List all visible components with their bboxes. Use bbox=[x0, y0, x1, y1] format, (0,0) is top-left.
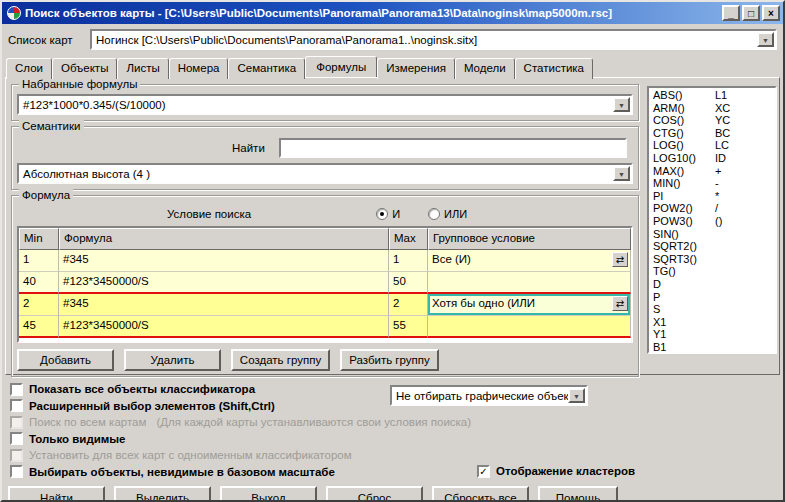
options-area: Показать все объекты классификатора Не о… bbox=[2, 375, 783, 480]
create-group-button[interactable]: Создать группу bbox=[231, 349, 330, 371]
find-button[interactable]: Найти bbox=[8, 486, 105, 502]
checkbox-label: Показать все объекты классификатора bbox=[29, 383, 255, 395]
cell-group-condition[interactable]: Все (И)⇄ bbox=[428, 250, 631, 272]
column-header-formula[interactable]: Формула bbox=[59, 228, 389, 250]
radio-or[interactable] bbox=[428, 208, 440, 220]
minimize-button[interactable]: _ bbox=[722, 5, 740, 21]
semantic-combobox-value: Абсолютная высота (4 ) bbox=[19, 168, 613, 180]
list-item[interactable]: SQRT2() bbox=[653, 240, 775, 253]
window-title: Поиск объектов карты - [C:\Users\Public\… bbox=[25, 7, 720, 19]
checkbox-label: Выбирать объекты, невидимые в базовом ма… bbox=[29, 466, 335, 478]
tab-numbers[interactable]: Номера bbox=[169, 58, 229, 79]
exit-button[interactable]: Выход bbox=[220, 486, 317, 502]
tab-measurements[interactable]: Измерения bbox=[377, 58, 455, 79]
cell-formula[interactable]: #345 bbox=[59, 250, 389, 272]
cell-min[interactable]: 40 bbox=[19, 272, 59, 294]
close-button[interactable]: × bbox=[762, 5, 780, 21]
functions-listbox[interactable]: ABS()L1 ARM()XC COS()YC CTG()BC LOG()LC … bbox=[647, 86, 777, 354]
tab-formulas[interactable]: Формулы bbox=[305, 56, 377, 77]
list-item[interactable]: ARM()XC bbox=[653, 102, 775, 115]
tab-layers[interactable]: Слои bbox=[6, 58, 52, 79]
help-button[interactable]: Помощь bbox=[538, 486, 618, 502]
list-item[interactable]: Y1 bbox=[653, 328, 775, 341]
cell-min[interactable]: 1 bbox=[19, 250, 59, 272]
tab-semantics[interactable]: Семантика bbox=[228, 58, 305, 79]
chevron-down-icon[interactable]: ▼ bbox=[613, 97, 630, 112]
find-input[interactable] bbox=[279, 138, 627, 158]
list-item[interactable]: SIN() bbox=[653, 228, 775, 241]
tab-bar: Слои Объекты Листы Номера Семантика Форм… bbox=[2, 56, 783, 77]
group-condition-button[interactable]: ⇄ bbox=[612, 252, 628, 267]
cell-group-condition[interactable] bbox=[428, 316, 631, 338]
checkbox-label: Расширенный выбор элементов (Shift,Ctrl) bbox=[29, 400, 275, 412]
list-item[interactable]: POW3()() bbox=[653, 215, 775, 228]
column-header-max[interactable]: Max bbox=[389, 228, 428, 250]
cell-group-condition[interactable] bbox=[428, 272, 631, 294]
list-item[interactable]: B1 bbox=[653, 341, 775, 354]
checkbox-label: Только видимые bbox=[29, 433, 125, 445]
checkbox-label: Установить для всех карт с одноименным к… bbox=[29, 449, 352, 461]
list-item[interactable]: SQRT3() bbox=[653, 253, 775, 266]
list-item[interactable]: MIN()- bbox=[653, 177, 775, 190]
group-condition-text: Хотя бы одно (ИЛИ bbox=[432, 297, 535, 309]
map-list-combobox[interactable]: Ногинск [C:\Users\Public\Documents\Panor… bbox=[90, 29, 777, 50]
add-button[interactable]: Добавить bbox=[17, 349, 114, 371]
list-item[interactable]: ABS()L1 bbox=[653, 89, 775, 102]
formula-group-title: Формула bbox=[19, 189, 73, 201]
formula-combobox[interactable]: #123*1000*0.345/(S/10000) ▼ bbox=[17, 94, 633, 115]
tab-statistics[interactable]: Статистика bbox=[515, 58, 593, 79]
list-item[interactable]: X1 bbox=[653, 316, 775, 329]
checkbox-label: Поиск по всем картам bbox=[29, 416, 146, 428]
reset-button[interactable]: Сброс bbox=[326, 486, 423, 502]
tab-objects[interactable]: Объекты bbox=[52, 58, 117, 79]
search-condition-label: Условие поиска bbox=[167, 208, 251, 220]
cell-formula[interactable]: #345 bbox=[59, 294, 389, 316]
list-item[interactable]: MAX()+ bbox=[653, 165, 775, 178]
checkbox-show-all-classifier-objects[interactable] bbox=[10, 383, 23, 396]
cell-formula[interactable]: #123*3450000/S bbox=[59, 272, 389, 294]
cell-max[interactable]: 50 bbox=[389, 272, 428, 294]
list-item[interactable]: LOG10()ID bbox=[653, 152, 775, 165]
typed-formulas-group-title: Набранные формулы bbox=[19, 78, 140, 90]
list-item[interactable]: COS()YC bbox=[653, 114, 775, 127]
chevron-down-icon[interactable]: ▼ bbox=[757, 32, 774, 47]
delete-button[interactable]: Удалить bbox=[124, 349, 221, 371]
list-item[interactable]: LOG()LC bbox=[653, 139, 775, 152]
semantic-combobox[interactable]: Абсолютная высота (4 ) ▼ bbox=[17, 163, 633, 184]
checkbox-only-visible[interactable] bbox=[10, 432, 23, 445]
checkbox-label: Отображение кластеров bbox=[496, 465, 635, 477]
split-group-button[interactable]: Разбить группу bbox=[340, 349, 439, 371]
checkbox-extended-selection[interactable] bbox=[10, 399, 23, 412]
title-bar: Поиск объектов карты - [C:\Users\Public\… bbox=[2, 2, 783, 24]
cell-max[interactable]: 2 bbox=[389, 294, 428, 316]
chevron-down-icon[interactable]: ▼ bbox=[613, 166, 630, 181]
cell-min[interactable]: 45 bbox=[19, 316, 59, 338]
checkbox-select-invisible-objects[interactable] bbox=[10, 465, 23, 478]
cell-formula[interactable]: #123*3450000/S bbox=[59, 316, 389, 338]
radio-and[interactable] bbox=[376, 208, 388, 220]
group-condition-button[interactable]: ⇄ bbox=[612, 296, 628, 311]
checkbox-note: (Для каждой карты устанавливаются свои у… bbox=[156, 416, 471, 428]
list-item[interactable]: TG() bbox=[653, 265, 775, 278]
semantics-group-title: Семантики bbox=[19, 120, 84, 132]
list-item[interactable]: PI* bbox=[653, 190, 775, 203]
tab-models[interactable]: Модели bbox=[455, 58, 515, 79]
cell-max[interactable]: 1 bbox=[389, 250, 428, 272]
reset-all-button[interactable]: Сбросить все bbox=[432, 486, 529, 502]
column-header-group-condition[interactable]: Групповое условие bbox=[428, 228, 631, 250]
tab-sheets[interactable]: Листы bbox=[117, 58, 168, 79]
maximize-button[interactable]: □ bbox=[742, 5, 760, 21]
cell-max[interactable]: 55 bbox=[389, 316, 428, 338]
list-item[interactable]: S bbox=[653, 303, 775, 316]
list-item[interactable]: POW2()/ bbox=[653, 202, 775, 215]
list-item[interactable]: D bbox=[653, 278, 775, 291]
cell-min[interactable]: 2 bbox=[19, 294, 59, 316]
list-item[interactable]: CTG()BC bbox=[653, 127, 775, 140]
checkbox-show-clusters[interactable]: ✓ bbox=[477, 465, 490, 478]
radio-and-label: И bbox=[392, 208, 400, 220]
list-item[interactable]: P bbox=[653, 291, 775, 304]
column-header-min[interactable]: Min bbox=[19, 228, 59, 250]
app-icon bbox=[7, 6, 21, 20]
cell-group-condition-selected[interactable]: Хотя бы одно (ИЛИ⇄ bbox=[428, 294, 631, 316]
select-button[interactable]: Выделить bbox=[114, 486, 211, 502]
